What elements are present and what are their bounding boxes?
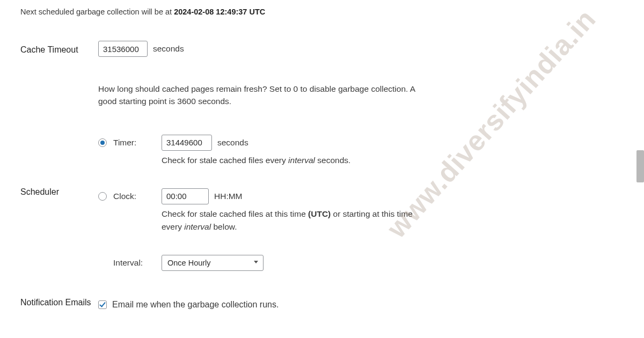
cache-timeout-label: Cache Timeout — [20, 41, 98, 135]
notification-email-checkbox[interactable] — [98, 300, 107, 309]
scheduler-clock-unit: HH:MM — [214, 192, 243, 201]
next-scheduled-text: Next scheduled garbage collection will b… — [20, 8, 632, 16]
scheduler-timer-unit: seconds — [217, 138, 248, 148]
scheduler-timer-label: Timer: — [113, 135, 162, 148]
scheduler-clock-input[interactable] — [162, 188, 209, 204]
scheduler-interval-label: Interval: — [113, 255, 162, 268]
cache-timeout-unit: seconds — [153, 44, 184, 54]
notification-email-text: Email me when the garbage collection run… — [112, 300, 279, 310]
scheduler-clock-label: Clock: — [113, 188, 162, 201]
scheduler-clock-hint: Check for stale cached files at this tim… — [162, 208, 431, 233]
scheduler-label: Scheduler — [20, 135, 98, 298]
scheduler-timer-radio[interactable] — [98, 138, 107, 147]
scheduler-interval-select[interactable]: Once Hourly — [162, 255, 264, 271]
notification-email-checkbox-label[interactable]: Email me when the garbage collection run… — [98, 300, 444, 310]
cache-timeout-input[interactable] — [98, 41, 148, 57]
cache-timeout-help: How long should cached pages remain fres… — [98, 83, 420, 108]
scheduler-timer-hint: Check for stale cached files every inter… — [162, 154, 431, 167]
notification-emails-label: Notification Emails — [20, 298, 98, 315]
next-run-prefix: Next scheduled garbage collection will b… — [20, 8, 174, 16]
next-run-datetime: 2024-02-08 12:49:37 UTC — [174, 8, 265, 16]
scheduler-timer-input[interactable] — [162, 135, 212, 151]
scheduler-clock-radio[interactable] — [98, 192, 107, 201]
scrollbar-thumb[interactable] — [636, 150, 644, 182]
